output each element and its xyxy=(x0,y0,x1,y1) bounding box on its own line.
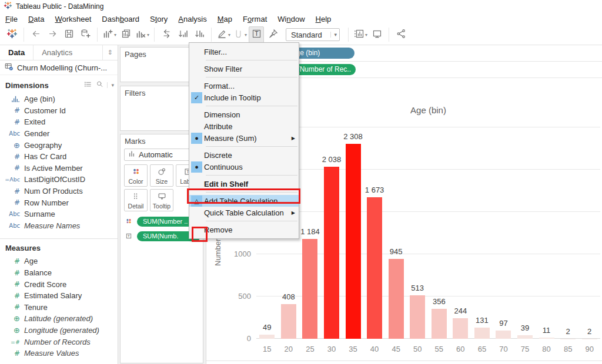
view-as-list-icon[interactable] xyxy=(83,80,92,90)
menu-item-continuous[interactable]: ●Continuous xyxy=(189,161,299,173)
bar-age-20[interactable] xyxy=(281,304,296,339)
menu-analysis[interactable]: Analysis xyxy=(173,15,212,23)
menu-help[interactable]: Help xyxy=(310,15,337,23)
bar-age-30[interactable] xyxy=(324,167,339,339)
detail-icon xyxy=(131,191,141,203)
menu-item-add-table-calculation[interactable]: △Add Table Calculation... xyxy=(189,195,299,207)
fit-selector-dropdown[interactable]: Standard▾ xyxy=(286,28,340,41)
marks-detail-button[interactable]: Detail xyxy=(124,189,148,211)
bar-age-45[interactable] xyxy=(389,259,404,339)
measure-field-credit-score[interactable]: #Credit Score xyxy=(0,278,118,290)
marks-tooltip-button[interactable]: Tooltip xyxy=(150,189,173,211)
dimension-field-is-active-member[interactable]: #Is Active Member xyxy=(0,163,118,174)
menu-item-filter[interactable]: Filter... xyxy=(189,46,299,58)
swap-rows-columns-button[interactable] xyxy=(159,26,174,43)
menu-format[interactable]: Format xyxy=(238,15,272,23)
show-me-button[interactable]: ▾ xyxy=(353,26,368,43)
chevron-down-icon[interactable]: ▾ xyxy=(365,32,367,38)
measure-field-latitude-generated[interactable]: ⊕Latitude (generated) xyxy=(0,313,118,325)
search-icon[interactable] xyxy=(95,80,104,90)
x-tick-30: 30 xyxy=(327,345,336,353)
save-button[interactable] xyxy=(61,26,76,43)
data-source-item[interactable]: Churn Modelling (Churn-... xyxy=(0,60,118,75)
fix-axes-button[interactable] xyxy=(265,26,280,43)
dimension-field-lastdigitofcustid[interactable]: =AbcLastDigitOfCustID xyxy=(0,174,118,186)
menu-data[interactable]: Data xyxy=(23,15,49,23)
chevron-down-icon[interactable]: ▾ xyxy=(114,32,116,38)
dimension-field-num-of-products[interactable]: #Num Of Products xyxy=(0,186,118,197)
menu-item-discrete[interactable]: Discrete xyxy=(189,149,299,161)
x-tick-40: 40 xyxy=(370,345,379,353)
bar-age-25[interactable] xyxy=(302,239,317,339)
menu-dashboard[interactable]: Dashboard xyxy=(96,15,145,23)
dimension-field-has-cr-card[interactable]: #Has Cr Card xyxy=(0,151,118,163)
menu-map[interactable]: Map xyxy=(212,15,238,23)
measure-field-estimated-salary[interactable]: #Estimated Salary xyxy=(0,290,118,302)
measure-field-age[interactable]: #Age xyxy=(0,255,118,267)
duplicate-sheet-button[interactable] xyxy=(118,26,133,43)
tab-analytics[interactable]: Analytics xyxy=(33,45,81,60)
bar-age-75[interactable] xyxy=(517,335,533,339)
bar-age-70[interactable] xyxy=(496,331,511,339)
new-data-source-button[interactable] xyxy=(78,26,93,43)
share-button[interactable] xyxy=(393,26,409,43)
bar-age-50[interactable] xyxy=(410,295,425,339)
menu-window[interactable]: Window xyxy=(272,15,310,23)
menu-item-remove[interactable]: Remove xyxy=(189,224,299,235)
measure-field-measure-values[interactable]: #Measure Values xyxy=(0,348,118,359)
dimension-field-exited[interactable]: #Exited xyxy=(0,116,118,128)
new-worksheet-button[interactable]: ▾ xyxy=(102,26,117,43)
sort-ascending-button[interactable] xyxy=(175,26,190,43)
mark-type-dropdown[interactable]: Automatic xyxy=(124,149,199,161)
clear-sheet-button[interactable]: ▾ xyxy=(135,26,150,43)
dimension-field-row-number[interactable]: #Row Number xyxy=(0,197,118,208)
undo-button[interactable] xyxy=(28,26,44,43)
marks-color-button[interactable]: Color xyxy=(124,164,148,187)
bar-age-60[interactable] xyxy=(453,318,468,339)
highlight-button[interactable]: ▾ xyxy=(216,26,231,43)
hash-icon: # xyxy=(5,257,20,265)
x-tick-90: 90 xyxy=(585,345,593,353)
chevron-down-icon[interactable]: ▾ xyxy=(228,32,230,38)
sort-descending-button[interactable] xyxy=(192,26,207,43)
pane-collapse-icon[interactable]: ⇕ xyxy=(102,45,118,60)
menu-story[interactable]: Story xyxy=(145,15,173,23)
measure-field-longitude-generated[interactable]: ⊕Longitude (generated) xyxy=(0,325,118,336)
show-mark-labels-button[interactable]: T xyxy=(249,26,264,43)
bar-age-65[interactable] xyxy=(474,328,490,339)
chevron-down-icon[interactable]: ▾ xyxy=(245,32,247,38)
menu-item-dimension[interactable]: Dimension xyxy=(189,109,299,120)
dimensions-menu-caret-icon[interactable]: ▾ xyxy=(107,82,114,88)
annotation-button[interactable]: ▾ xyxy=(232,26,248,43)
dimension-field-customer-id[interactable]: #Customer Id xyxy=(0,105,118,117)
dimension-field-age-bin[interactable]: Age (bin) xyxy=(0,93,118,105)
bar-age-35[interactable] xyxy=(346,144,361,339)
bar-age-80[interactable] xyxy=(539,338,554,339)
marks-size-button[interactable]: Size xyxy=(150,164,173,187)
menu-worksheet[interactable]: Worksheet xyxy=(49,15,96,23)
dimension-field-measure-names[interactable]: AbcMeasure Names xyxy=(0,220,118,232)
dimension-field-surname[interactable]: AbcSurname xyxy=(0,208,118,220)
tab-data[interactable]: Data xyxy=(0,45,33,60)
bar-age-40[interactable] xyxy=(367,197,382,339)
hash-icon: # xyxy=(5,106,20,114)
chevron-down-icon[interactable]: ▾ xyxy=(147,32,149,38)
measure-field-number-of-records[interactable]: =#Number of Records xyxy=(0,336,118,348)
menu-item-attribute[interactable]: Attribute xyxy=(189,120,299,132)
measure-field-balance[interactable]: #Balance xyxy=(0,267,118,279)
bar-age-55[interactable] xyxy=(432,309,447,339)
menu-item-measure-sum[interactable]: ●Measure (Sum)▶ xyxy=(189,132,299,144)
presentation-mode-button[interactable] xyxy=(369,26,384,43)
dimension-field-gender[interactable]: AbcGender xyxy=(0,128,118,140)
measure-field-tenure[interactable]: #Tenure xyxy=(0,302,118,314)
menu-item-edit-in-shelf[interactable]: Edit in Shelf xyxy=(189,178,299,190)
menu-item-quick-table-calculation[interactable]: Quick Table Calculation▶ xyxy=(189,207,299,218)
menu-item-show-filter[interactable]: Show Filter xyxy=(189,63,299,75)
menu-item-include-in-tooltip[interactable]: ✓Include in Tooltip xyxy=(189,92,299,103)
menu-item-format[interactable]: Format... xyxy=(189,80,299,92)
dimension-field-geography[interactable]: ⊕Geography xyxy=(0,139,118,151)
menu-file[interactable]: File xyxy=(0,15,23,23)
bar-age-15[interactable] xyxy=(259,335,275,339)
submenu-arrow-icon: ▶ xyxy=(292,210,296,215)
redo-button[interactable] xyxy=(45,26,60,43)
